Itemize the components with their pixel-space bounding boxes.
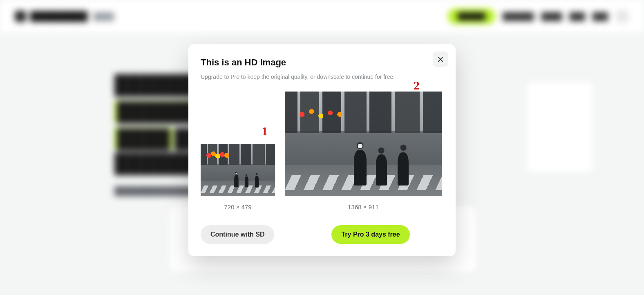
topbar: █████████ ████ ██████ ██████ ████ ███ ██…	[0, 0, 644, 33]
nav-item: ███	[593, 12, 608, 21]
brand-name: █████████	[30, 11, 87, 22]
cta-pill: ██████	[448, 9, 495, 24]
hd-image-modal: This is an HD Image Upgrade to Pro to ke…	[188, 44, 456, 256]
menu-icon	[615, 9, 629, 23]
logo-mark	[15, 11, 26, 22]
close-icon	[437, 56, 444, 63]
nav-item: ████	[541, 12, 562, 21]
logo: █████████ ████	[15, 11, 114, 22]
preview-sd: 1 720 × 479	[201, 144, 275, 210]
modal-title: This is an HD Image	[201, 57, 443, 68]
modal-subtitle: Upgrade to Pro to keep the original qual…	[201, 74, 443, 80]
annotation-2: 2	[414, 79, 420, 92]
nav-item: ███	[569, 12, 585, 21]
preview-hd: 2 1368 × 911	[285, 92, 442, 210]
preview-row: 1 720 × 479 2	[201, 92, 443, 210]
nav-item: ██████	[503, 12, 534, 21]
sd-image-placeholder	[201, 144, 275, 196]
annotation-1: 1	[262, 125, 268, 137]
side-thumb	[527, 82, 593, 172]
try-pro-button[interactable]: Try Pro 3 days free	[331, 225, 409, 244]
brand-sub: ████	[93, 12, 114, 21]
close-button[interactable]	[433, 51, 448, 67]
hd-dimensions: 1368 × 911	[348, 203, 379, 210]
sd-dimensions: 720 × 479	[224, 203, 251, 210]
modal-actions: Continue with SD Try Pro 3 days free	[201, 225, 443, 244]
hd-image-placeholder	[285, 92, 442, 196]
continue-sd-button[interactable]: Continue with SD	[201, 225, 274, 244]
